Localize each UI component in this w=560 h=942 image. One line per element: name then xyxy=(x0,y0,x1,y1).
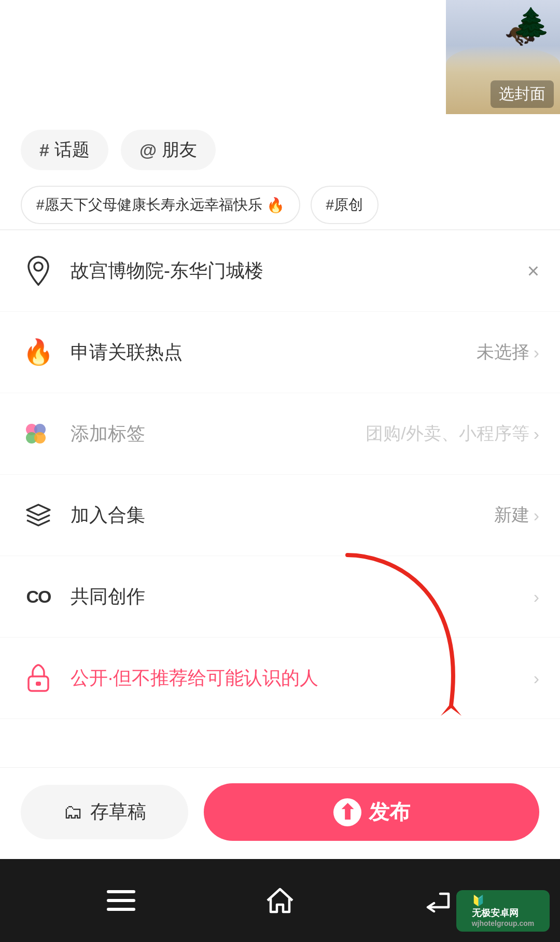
privacy-label: 公开·但不推荐给可能认识的人 xyxy=(71,666,534,691)
location-close[interactable]: × xyxy=(527,259,539,283)
save-draft-label: 存草稿 xyxy=(90,799,146,825)
join-collection-label: 加入合集 xyxy=(71,503,494,528)
add-tag-menu-item[interactable]: 添加标签 团购/外卖、小程序等 › xyxy=(0,393,560,475)
co-create-right: › xyxy=(534,587,539,607)
friend-label: 朋友 xyxy=(162,138,197,162)
add-tag-label: 添加标签 xyxy=(71,421,366,447)
lock-icon xyxy=(21,660,56,696)
svg-point-0 xyxy=(34,262,43,271)
publish-button[interactable]: ⬆ 发布 xyxy=(204,783,539,841)
add-tag-chevron: › xyxy=(534,424,539,444)
publish-label: 发布 xyxy=(369,798,410,826)
layers-icon xyxy=(21,497,56,533)
topic-button[interactable]: # 话题 xyxy=(21,130,108,170)
topic-symbol: # xyxy=(39,140,49,160)
nav-home-icon[interactable] xyxy=(259,880,301,921)
save-draft-button[interactable]: 🗂 存草稿 xyxy=(21,785,188,839)
hashtag-strip: #愿天下父母健康长寿永远幸福快乐 🔥 #原创 xyxy=(0,186,560,224)
nav-menu-icon[interactable] xyxy=(100,880,142,921)
friend-symbol: @ xyxy=(139,140,157,160)
hashtag-pill-2[interactable]: #原创 xyxy=(311,186,379,224)
save-draft-icon: 🗂 xyxy=(63,801,83,823)
top-area: 🐎 🌲 选封面 xyxy=(0,0,560,114)
hot-topic-label: 申请关联热点 xyxy=(71,340,477,365)
svg-rect-8 xyxy=(107,890,135,893)
friend-button[interactable]: @ 朋友 xyxy=(121,130,216,170)
co-create-label: 共同创作 xyxy=(71,584,534,609)
watermark: 🔰 无极安卓网 wjhotelgroup.com xyxy=(456,890,550,932)
location-menu-item[interactable]: 故宫博物院-东华门城楼 × xyxy=(0,230,560,312)
privacy-chevron: › xyxy=(534,668,539,688)
location-icon xyxy=(21,253,56,288)
join-collection-right: 新建 › xyxy=(494,503,539,527)
hashtag-pill-1[interactable]: #愿天下父母健康长寿永远幸福快乐 🔥 xyxy=(21,186,300,224)
hot-topic-chevron: › xyxy=(534,342,539,363)
add-tag-right: 团购/外卖、小程序等 › xyxy=(366,422,539,446)
tags-icon xyxy=(21,416,56,451)
hashtag-pill-2-text: #原创 xyxy=(326,195,363,215)
nav-back-icon[interactable] xyxy=(418,880,460,921)
hashtag-pill-1-text: #愿天下父母健康长寿永远幸福快乐 xyxy=(36,195,262,215)
publish-icon: ⬆ xyxy=(333,798,361,826)
join-collection-value: 新建 xyxy=(494,503,529,527)
join-collection-menu-item[interactable]: 加入合集 新建 › xyxy=(0,475,560,556)
svg-point-4 xyxy=(34,432,46,444)
join-collection-chevron: › xyxy=(534,505,539,525)
tree-silhouette: 🌲 xyxy=(512,6,551,43)
watermark-subtext: wjhotelgroup.com xyxy=(472,919,535,927)
privacy-right: › xyxy=(534,668,539,688)
svg-rect-6 xyxy=(36,682,41,686)
cover-label[interactable]: 选封面 xyxy=(491,80,554,108)
co-create-menu-item[interactable]: CO 共同创作 › xyxy=(0,556,560,638)
topic-label: 话题 xyxy=(54,138,90,162)
fire-emoji-1: 🔥 xyxy=(267,197,285,214)
location-label: 故宫博物院-东华门城楼 xyxy=(71,258,527,284)
bottom-bar: 🗂 存草稿 ⬆ 发布 xyxy=(0,767,560,856)
add-tag-value: 团购/外卖、小程序等 xyxy=(366,422,529,446)
hot-topic-menu-item[interactable]: 🔥 申请关联热点 未选择 › xyxy=(0,312,560,393)
cover-image[interactable]: 🐎 🌲 选封面 xyxy=(446,0,560,114)
system-nav-bar: 🔰 无极安卓网 wjhotelgroup.com xyxy=(0,859,560,942)
co-create-chevron: › xyxy=(534,587,539,607)
hot-topic-value: 未选择 xyxy=(477,340,529,364)
menu-section: 故宫博物院-东华门城楼 × 🔥 申请关联热点 未选择 › 添加标签 团购/外卖、… xyxy=(0,230,560,719)
tags-row: # 话题 @ 朋友 xyxy=(0,114,560,186)
svg-rect-10 xyxy=(107,908,135,911)
hot-topic-right: 未选择 › xyxy=(477,340,539,364)
svg-rect-9 xyxy=(107,899,135,902)
watermark-text: 无极安卓网 xyxy=(472,907,535,919)
fire-icon: 🔥 xyxy=(21,335,56,370)
co-icon: CO xyxy=(21,579,56,614)
privacy-menu-item[interactable]: 公开·但不推荐给可能认识的人 › xyxy=(0,638,560,719)
